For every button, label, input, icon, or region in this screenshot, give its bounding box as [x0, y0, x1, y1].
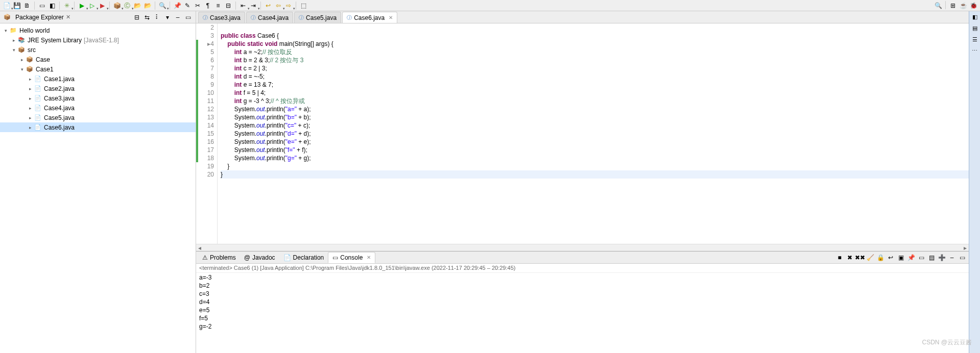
outline-icon[interactable]: ▤	[970, 23, 979, 33]
maximize-icon[interactable]: ▭	[183, 13, 193, 22]
nav-back2-button[interactable]: ⇦	[274, 1, 283, 10]
scroll-right-icon[interactable]: ▸	[964, 244, 967, 251]
editor-tab[interactable]: ⒿCase6.java✕	[342, 12, 397, 23]
close-icon[interactable]: ✕	[367, 255, 371, 260]
scroll-lock-icon[interactable]: 🔒	[876, 253, 885, 262]
search-button[interactable]: 🔍	[158, 1, 167, 10]
align-button[interactable]: ≡	[213, 1, 223, 10]
tree-file[interactable]: ▸📄Case5.java	[0, 113, 196, 122]
remove-icon[interactable]: ✖	[845, 253, 854, 262]
expand-icon[interactable]: ▾	[2, 28, 9, 33]
debug-button[interactable]: ✳	[62, 1, 71, 10]
tree-file[interactable]: ▸📄Case4.java	[0, 103, 196, 113]
open-console-icon[interactable]: ▤	[927, 253, 936, 262]
new-console-icon[interactable]: ➕	[937, 253, 946, 262]
open-task-button[interactable]: 📂	[143, 1, 152, 10]
editor-tabs: ⒿCase3.javaⒿCase4.javaⒿCase5.javaⒿCase6.…	[196, 11, 969, 23]
save-button[interactable]: 💾	[12, 1, 21, 10]
cut-button[interactable]: ✂	[193, 1, 202, 10]
tree-file[interactable]: ▸📄Case1.java	[0, 74, 196, 84]
word-wrap-icon[interactable]: ↩	[886, 253, 895, 262]
para-button[interactable]: ¶	[203, 1, 212, 10]
maximize-icon[interactable]: ▭	[958, 253, 967, 262]
bottom-tab[interactable]: @Javadoc	[240, 252, 279, 263]
editor-tab[interactable]: ⒿCase5.java	[294, 12, 341, 23]
tab-icon: ⚠	[202, 254, 208, 261]
expand-icon[interactable]: ▸	[27, 96, 34, 101]
bottom-tab[interactable]: ⚠Problems	[198, 252, 240, 263]
open-perspective-button[interactable]: ⊞	[948, 1, 958, 10]
expand-icon[interactable]: ▾	[10, 47, 17, 53]
editor-tab[interactable]: ⒿCase3.java	[198, 12, 245, 23]
close-icon[interactable]: ✕	[66, 14, 70, 20]
build-button[interactable]: ▭	[37, 1, 46, 10]
new-button[interactable]: 📄	[2, 1, 11, 10]
pin-console-icon[interactable]: 📌	[906, 253, 916, 262]
task-list-icon[interactable]: ☰	[970, 35, 979, 44]
tree-project[interactable]: ▾ 📁 Hello world	[0, 26, 196, 35]
src-folder-icon: 📦	[17, 46, 26, 54]
minimize-icon[interactable]: –	[947, 253, 957, 262]
save-all-button[interactable]: 🗎	[22, 1, 32, 10]
expand-icon[interactable]: ▸	[18, 57, 26, 62]
expand-icon[interactable]: ▸	[27, 125, 34, 130]
minimize-icon[interactable]: –	[173, 13, 182, 22]
scroll-left-icon[interactable]: ◂	[198, 244, 201, 251]
debug-perspective-button[interactable]: 🐞	[969, 1, 978, 10]
coverage-button[interactable]: ▷	[87, 1, 97, 10]
toggle-button[interactable]: ◧	[47, 1, 57, 10]
remove-all-icon[interactable]: ✖✖	[855, 253, 865, 262]
nav-back-button[interactable]: ↩	[264, 1, 273, 10]
bottom-panel: ⚠Problems@Javadoc📄Declaration▭Console✕■✖…	[196, 251, 969, 353]
tree-file[interactable]: ▸📄Case2.java	[0, 84, 196, 93]
bottom-tab[interactable]: ▭Console✕	[328, 252, 375, 263]
quick-access-button[interactable]: 🔍	[934, 1, 943, 10]
run-button[interactable]: ▶	[77, 1, 86, 10]
list-button[interactable]: ⊟	[224, 1, 233, 10]
editor-tab[interactable]: ⒿCase4.java	[246, 12, 293, 23]
tree-pkg-case[interactable]: ▸ 📦 Case	[0, 55, 196, 64]
code-editor[interactable]: 23▸4567891011121314151617181920 public c…	[196, 23, 969, 244]
tab-label: Case3.java	[210, 14, 241, 21]
pin-button[interactable]: 📌	[173, 1, 182, 10]
expand-icon[interactable]: ▾	[18, 67, 26, 72]
expand-icon[interactable]: ▸	[27, 86, 34, 91]
link-editor-icon[interactable]: ⇆	[142, 13, 152, 22]
close-icon[interactable]: ✕	[389, 15, 393, 20]
expand-icon[interactable]: ▸	[10, 38, 17, 43]
restore-icon[interactable]: ◧	[970, 12, 979, 21]
java-file-icon: 📄	[34, 94, 42, 103]
clear-icon[interactable]: 🧹	[866, 253, 875, 262]
new-class-button[interactable]: Ⓒ	[123, 1, 132, 10]
package-tree[interactable]: ▾ 📁 Hello world ▸ 📚 JRE System Library […	[0, 23, 196, 353]
collapse-all-icon[interactable]: ⊟	[132, 13, 141, 22]
console-output[interactable]: a=-3b=2c=3d=4e=5f=5g=-2	[196, 273, 969, 353]
expand-icon[interactable]: ▸	[27, 106, 34, 111]
more-icon[interactable]: ⋯	[970, 46, 979, 55]
editor-hscroll[interactable]: ◂ ▸	[196, 244, 969, 251]
tree-jre[interactable]: ▸ 📚 JRE System Library [JavaSE-1.8]	[0, 35, 196, 45]
code-area[interactable]: public class Case6 { public static void …	[218, 23, 969, 244]
expand-icon[interactable]: ▸	[27, 77, 34, 82]
java-perspective-button[interactable]: ☕	[959, 1, 968, 10]
outdent-button[interactable]: ⇤	[238, 1, 248, 10]
bottom-tab[interactable]: 📄Declaration	[279, 252, 328, 263]
tree-src[interactable]: ▾ 📦 src	[0, 45, 196, 55]
perspective-button[interactable]: ⬚	[299, 1, 308, 10]
ext-tools-button[interactable]: ▶	[98, 1, 107, 10]
tree-pkg-case1[interactable]: ▾ 📦 Case1	[0, 64, 196, 74]
view-menu-icon[interactable]: ⠇	[153, 13, 162, 22]
open-type-button[interactable]: 📂	[133, 1, 142, 10]
java-file-icon: Ⓙ	[203, 14, 208, 21]
nav-fwd-button[interactable]: ⇨	[284, 1, 293, 10]
expand-icon[interactable]: ▸	[27, 115, 34, 120]
indent-button[interactable]: ⇥	[249, 1, 258, 10]
new-package-button[interactable]: 📦	[112, 1, 122, 10]
wand-button[interactable]: ✎	[183, 1, 192, 10]
show-console-icon[interactable]: ▣	[896, 253, 905, 262]
display-icon[interactable]: ▭	[917, 253, 926, 262]
filter-icon[interactable]: ▾	[163, 13, 172, 22]
tree-file[interactable]: ▸📄Case3.java	[0, 93, 196, 103]
terminate-icon[interactable]: ■	[835, 253, 844, 262]
tree-file[interactable]: ▸📄Case6.java	[0, 122, 196, 132]
